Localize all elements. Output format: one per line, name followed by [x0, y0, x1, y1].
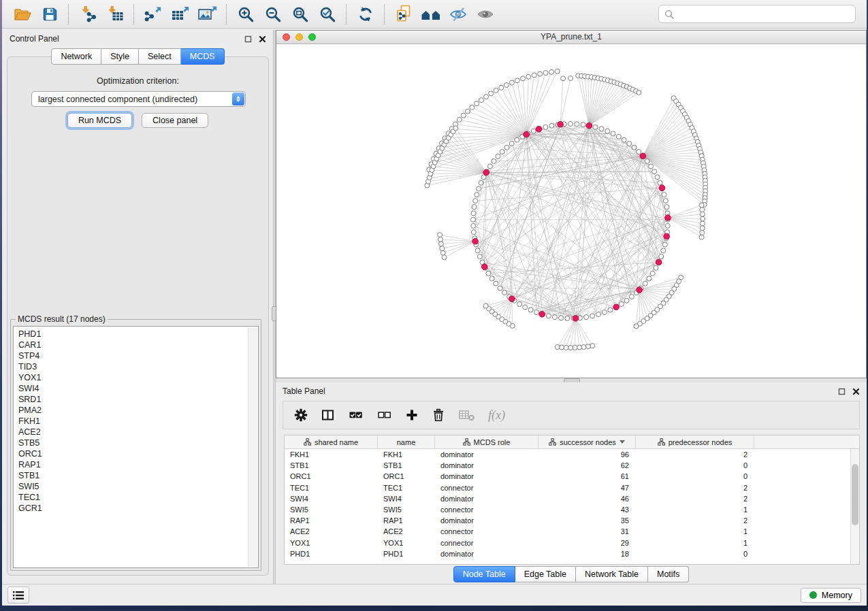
network-node[interactable]	[561, 76, 566, 81]
zoom-selected-button[interactable]	[314, 3, 341, 26]
network-node[interactable]	[546, 314, 551, 318]
network-node[interactable]	[664, 205, 669, 210]
network-node[interactable]	[700, 226, 705, 231]
run-mcds-button[interactable]: Run MCDS	[67, 113, 132, 128]
network-node[interactable]	[498, 286, 502, 291]
float-panel-icon[interactable]	[838, 388, 846, 395]
network-node[interactable]	[701, 216, 705, 221]
network-node[interactable]	[662, 193, 666, 197]
network-node[interactable]	[440, 250, 445, 255]
mcds-result-list[interactable]: PHD1CAR1STP4TID3YOX1SWI4SRD1PMA2FKH1ACE2…	[13, 326, 259, 568]
network-node[interactable]	[555, 345, 560, 350]
network-node[interactable]	[573, 345, 577, 350]
tab-network-table[interactable]: Network Table	[576, 566, 648, 582]
network-node[interactable]	[645, 159, 649, 163]
tab-style[interactable]: Style	[101, 48, 139, 65]
dominator-node[interactable]	[659, 185, 665, 191]
table-row[interactable]: PHD1PHD1dominator180	[285, 548, 859, 559]
network-node[interactable]	[438, 233, 443, 237]
network-node[interactable]	[543, 71, 548, 76]
network-node[interactable]	[634, 324, 639, 329]
network-node[interactable]	[453, 126, 458, 131]
network-node[interactable]	[523, 305, 528, 310]
network-node[interactable]	[577, 345, 582, 350]
mcds-result-item[interactable]: ORC1	[18, 448, 258, 459]
save-session-button[interactable]	[36, 3, 63, 26]
network-node[interactable]	[532, 73, 536, 78]
tab-node-table[interactable]: Node Table	[453, 566, 515, 582]
mcds-result-item[interactable]: PHD1	[18, 329, 258, 340]
first-neighbors-button[interactable]	[417, 3, 445, 26]
search-box[interactable]	[658, 5, 856, 23]
export-network-button[interactable]	[140, 3, 167, 26]
network-node[interactable]	[477, 254, 482, 259]
network-node[interactable]	[492, 159, 496, 163]
network-node[interactable]	[555, 69, 560, 73]
network-node[interactable]	[515, 78, 519, 83]
zoom-out-button[interactable]	[259, 3, 287, 26]
network-node[interactable]	[637, 90, 641, 95]
network-node[interactable]	[593, 125, 598, 129]
tab-network[interactable]: Network	[51, 48, 101, 65]
network-node[interactable]	[473, 199, 478, 203]
dominator-node[interactable]	[536, 127, 542, 133]
table-row[interactable]: YOX1YOX1connector291	[285, 538, 859, 548]
table-scrollbar[interactable]	[850, 449, 859, 564]
network-node[interactable]	[608, 308, 613, 312]
table-row[interactable]: ACE2ACE2connector311	[285, 526, 859, 537]
mcds-result-item[interactable]: YOX1	[18, 372, 258, 383]
network-node[interactable]	[471, 230, 476, 235]
network-node[interactable]	[471, 223, 476, 228]
network-node[interactable]	[534, 310, 539, 315]
network-node[interactable]	[619, 301, 624, 306]
network-node[interactable]	[701, 221, 705, 226]
network-node[interactable]	[504, 145, 509, 150]
network-node[interactable]	[655, 175, 660, 180]
deselect-all-icon[interactable]	[376, 408, 392, 422]
network-node[interactable]	[471, 217, 476, 222]
result-scrollbar[interactable]	[248, 327, 257, 567]
network-node[interactable]	[559, 316, 564, 320]
network-node[interactable]	[475, 193, 479, 197]
export-table-button[interactable]	[167, 3, 194, 26]
settings-icon[interactable]	[294, 408, 308, 422]
column-header-shared-name[interactable]: shared name	[285, 435, 378, 448]
dominator-node[interactable]	[656, 259, 662, 265]
network-node[interactable]	[565, 316, 570, 320]
network-node[interactable]	[483, 303, 488, 308]
close-panel-icon[interactable]	[259, 35, 266, 43]
column-header-name[interactable]: name	[378, 435, 435, 448]
network-node[interactable]	[699, 203, 704, 208]
apply-layout-button[interactable]	[352, 3, 379, 26]
network-node[interactable]	[602, 310, 607, 315]
network-node[interactable]	[699, 235, 704, 240]
mcds-result-item[interactable]: TEC1	[18, 492, 258, 503]
dominator-node[interactable]	[483, 169, 489, 176]
criterion-dropdown[interactable]: largest connected component (undirected)	[31, 91, 246, 107]
network-node[interactable]	[442, 255, 447, 260]
network-node[interactable]	[475, 101, 479, 106]
maximize-window-icon[interactable]	[308, 33, 316, 41]
network-node[interactable]	[622, 137, 626, 142]
network-node[interactable]	[509, 142, 514, 146]
network-node[interactable]	[581, 122, 585, 127]
network-node[interactable]	[605, 129, 610, 133]
network-node[interactable]	[652, 169, 657, 174]
mcds-result-item[interactable]: RAP1	[18, 459, 258, 470]
network-node[interactable]	[629, 295, 634, 299]
columns-icon[interactable]	[321, 408, 335, 422]
network-node[interactable]	[568, 76, 573, 81]
network-node[interactable]	[659, 254, 664, 259]
network-node[interactable]	[509, 80, 514, 85]
table-scrollbar-thumb[interactable]	[852, 464, 858, 525]
network-node[interactable]	[484, 95, 489, 99]
network-node[interactable]	[568, 122, 573, 127]
network-node[interactable]	[528, 308, 533, 312]
network-node[interactable]	[616, 134, 621, 139]
network-node[interactable]	[517, 301, 522, 306]
network-node[interactable]	[584, 315, 589, 320]
network-node[interactable]	[575, 122, 579, 127]
delete-row-icon[interactable]	[432, 408, 445, 422]
table-row[interactable]: TEC1TEC1connector472	[285, 482, 859, 493]
network-node[interactable]	[477, 186, 481, 191]
